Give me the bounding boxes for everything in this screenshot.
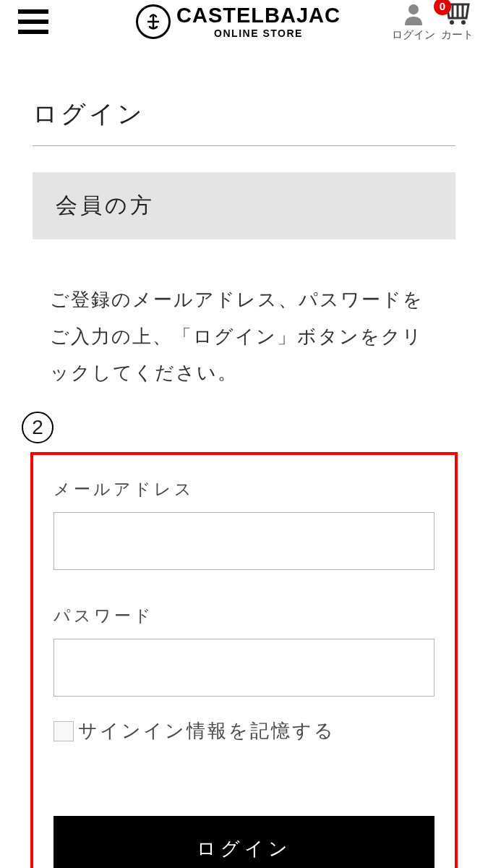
svg-point-5 [461, 20, 466, 25]
menu-button[interactable] [18, 9, 48, 34]
logo-emblem-icon [136, 4, 171, 39]
cart-link-label: カート [441, 28, 474, 42]
password-input[interactable] [53, 639, 435, 697]
remember-row: サインイン情報を記憶する [53, 718, 435, 744]
email-label: メールアドレス [53, 478, 435, 501]
password-label: パスワード [53, 605, 435, 627]
member-section-header: 会員の方 [33, 172, 455, 239]
login-link-label: ログイン [392, 28, 435, 42]
svg-point-0 [408, 4, 419, 14]
svg-point-4 [450, 20, 454, 25]
site-header: CASTELBAJAC ONLINE STORE ログイン 0 [0, 0, 488, 51]
main-content: ログイン 会員の方 ご登録のメールアドレス、パスワードをご入力の上、「ログイン」… [0, 51, 488, 391]
cart-link[interactable]: 0 カート [441, 2, 474, 42]
password-field-group: パスワード [53, 605, 435, 718]
cart-count-badge: 0 [434, 0, 451, 15]
email-input[interactable] [53, 512, 435, 570]
page-title: ログイン [33, 98, 455, 146]
login-instruction: ご登録のメールアドレス、パスワードをご入力の上、「ログイン」ボタンをクリックして… [33, 281, 455, 391]
user-icon [403, 2, 424, 25]
remember-label: サインイン情報を記憶する [78, 718, 335, 744]
login-form-annotation: メールアドレス パスワード サインイン情報を記憶する ログイン [30, 452, 458, 868]
site-logo[interactable]: CASTELBAJAC ONLINE STORE [136, 4, 341, 39]
brand-subtitle: ONLINE STORE [176, 28, 341, 38]
logo-text: CASTELBAJAC ONLINE STORE [176, 5, 341, 38]
email-field-group: メールアドレス [53, 478, 435, 605]
remember-checkbox[interactable] [53, 721, 74, 741]
header-actions: ログイン 0 カート [392, 2, 474, 42]
brand-name: CASTELBAJAC [176, 5, 341, 26]
step-badge: 2 [22, 412, 53, 443]
login-link[interactable]: ログイン [392, 2, 435, 42]
login-button[interactable]: ログイン [53, 816, 435, 868]
